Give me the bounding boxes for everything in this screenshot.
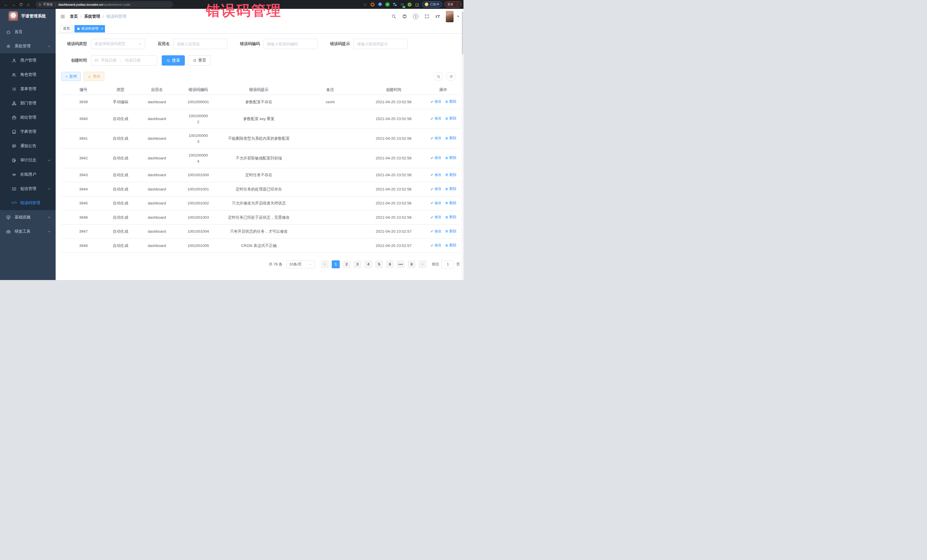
extension-key-icon[interactable]: ⚲ <box>407 2 412 7</box>
filter-input-1[interactable] <box>173 39 227 49</box>
edit-link[interactable]: 修改 <box>430 214 442 220</box>
font-size-icon[interactable]: тT <box>435 14 440 19</box>
filter-row-1: 错误码类型请选择错误码类型应用名错误码编码错误码提示 <box>61 39 460 49</box>
sidebar-item-0[interactable]: 首页 <box>0 25 56 39</box>
error-code-type-select[interactable]: 请选择错误码类型 <box>91 39 145 49</box>
filter-label: 错误码编码 <box>240 41 260 47</box>
reload-icon[interactable] <box>17 1 24 8</box>
edit-link[interactable]: 修改 <box>430 155 442 161</box>
sidebar-item-2[interactable]: 用户管理 <box>0 53 56 68</box>
page-button-3[interactable]: 3 <box>353 260 362 268</box>
logo-row[interactable]: 芋道管理系统 <box>0 9 56 23</box>
page-button-5[interactable]: 5 <box>375 260 383 268</box>
delete-link[interactable]: 删除 <box>445 172 456 178</box>
sidebar-item-10[interactable]: 在线用户 <box>0 167 56 182</box>
add-button[interactable]: + 新增 <box>61 72 81 81</box>
online-icon <box>11 172 17 177</box>
prev-page-button[interactable] <box>321 260 329 268</box>
sidebar-item-5[interactable]: 部门管理 <box>0 96 56 110</box>
page-size-select[interactable]: 10条/页 <box>286 260 315 268</box>
bookmark-star-icon[interactable]: ☆ <box>363 2 368 7</box>
address-bar[interactable]: ⚠ 不安全 dashboard.yudao.iocoder.cn/system/… <box>35 1 173 8</box>
goto-page-input[interactable] <box>442 260 454 268</box>
search-icon[interactable] <box>391 14 396 19</box>
breadcrumb-system[interactable]: 系统管理 <box>84 14 100 19</box>
edit-link[interactable]: 修改 <box>430 115 442 121</box>
sidebar-item-3[interactable]: 角色管理 <box>0 68 56 82</box>
edit-link[interactable]: 修改 <box>430 135 442 141</box>
back-icon[interactable]: ← <box>2 1 10 8</box>
github-icon[interactable] <box>402 14 407 19</box>
breadcrumb-home[interactable]: 首页 <box>70 14 78 19</box>
forward-icon[interactable]: → <box>10 1 17 8</box>
date-range-picker[interactable]: 开始日期 - 结束日期 <box>91 55 157 65</box>
help-icon[interactable]: ? <box>413 14 418 19</box>
delete-link[interactable]: 删除 <box>445 242 456 248</box>
search-button[interactable]: 搜索 <box>162 55 185 65</box>
delete-link[interactable]: 删除 <box>445 200 456 206</box>
page-button-2[interactable]: 2 <box>343 260 351 268</box>
page-button-4[interactable]: 4 <box>364 260 372 268</box>
scrollbar[interactable] <box>462 9 464 280</box>
edit-link[interactable]: 修改 <box>430 99 442 105</box>
extension-green-check-icon[interactable]: ✓ <box>385 2 390 7</box>
extension-grid-icon[interactable] <box>392 2 397 7</box>
paused-chip[interactable]: 已暂停 <box>422 2 442 8</box>
extensions-puzzle-icon[interactable]: ◲ <box>415 2 419 7</box>
scrollbar-thumb[interactable] <box>462 12 463 55</box>
sidebar-item-6[interactable]: 岗位管理 <box>0 110 56 124</box>
sidebar-item-13[interactable]: 基础设施 <box>0 210 56 225</box>
sidebar-item-14[interactable]: 研发工具 <box>0 225 56 239</box>
sidebar-item-7[interactable]: 字典管理 <box>0 124 56 139</box>
delete-link[interactable]: 删除 <box>445 135 456 141</box>
sidebar-item-1[interactable]: 系统管理 <box>0 39 56 53</box>
sidebar-item-11[interactable]: 短信管理 <box>0 182 56 196</box>
browser-menu-dots-icon[interactable]: ⋮ <box>456 3 459 6</box>
delete-link[interactable]: 删除 <box>445 99 456 105</box>
filter-group-2: 错误码编码 <box>240 39 318 49</box>
sidebar-item-8[interactable]: 通知公告 <box>0 139 56 153</box>
page-button-8[interactable]: 8 <box>407 260 416 268</box>
tab-home[interactable]: 首页 <box>60 25 73 32</box>
next-page-button[interactable] <box>418 260 426 268</box>
export-button[interactable]: 导出 <box>84 72 104 81</box>
collapse-sidebar-icon[interactable] <box>60 14 65 19</box>
table-row-1: 3940自动生成dashboard100100000 2参数配置 key 重复2… <box>61 109 460 129</box>
page-button-active[interactable]: 1 <box>332 260 340 268</box>
delete-link[interactable]: 删除 <box>445 228 456 234</box>
edit-link[interactable]: 修改 <box>430 242 442 248</box>
delete-link[interactable]: 删除 <box>445 115 456 121</box>
sidebar-item-12[interactable]: </> 错误码管理 <box>0 196 56 210</box>
sidebar-item-9[interactable]: 审计日志 <box>0 153 56 167</box>
chevron-down-icon[interactable]: ▾ <box>457 15 459 18</box>
filter-row-2: 创建时间 开始日期 - 结束日期 搜索 重置 <box>61 55 460 65</box>
edit-link[interactable]: 修改 <box>430 172 442 178</box>
extension-list-on-icon[interactable]: on <box>400 2 404 7</box>
user-avatar[interactable] <box>446 11 453 22</box>
toggle-search-button[interactable] <box>434 72 443 81</box>
extension-gem-icon[interactable] <box>378 2 382 7</box>
more-pages-button[interactable]: ••• <box>397 260 405 268</box>
reset-button[interactable]: 重置 <box>188 55 211 65</box>
edit-link[interactable]: 修改 <box>430 228 442 234</box>
page-button-6[interactable]: 6 <box>386 260 394 268</box>
extension-orange-icon[interactable] <box>370 2 375 7</box>
update-chip[interactable]: 更新 ⋮ <box>445 2 461 8</box>
fullscreen-icon[interactable] <box>424 14 429 19</box>
delete-link[interactable]: 删除 <box>445 155 456 161</box>
tab-error-code[interactable]: 错误码管理 × <box>74 25 105 32</box>
sidebar-item-4[interactable]: 菜单管理 <box>0 82 56 96</box>
delete-link[interactable]: 删除 <box>445 186 456 192</box>
filter-input-3[interactable] <box>353 39 407 49</box>
edit-link[interactable]: 修改 <box>430 200 442 206</box>
cell-memo <box>299 211 361 225</box>
date-separator: - <box>120 58 122 63</box>
cell-code: 1001000001 <box>178 95 218 109</box>
edit-link[interactable]: 修改 <box>430 186 442 192</box>
browser-home-icon[interactable]: ⌂ <box>24 1 32 8</box>
refresh-table-button[interactable] <box>447 72 456 81</box>
close-tab-icon[interactable]: × <box>101 27 103 30</box>
delete-link[interactable]: 删除 <box>445 214 456 220</box>
cell-created: 2021-04-20 23:52:56 <box>361 182 426 196</box>
filter-input-2[interactable] <box>263 39 318 49</box>
